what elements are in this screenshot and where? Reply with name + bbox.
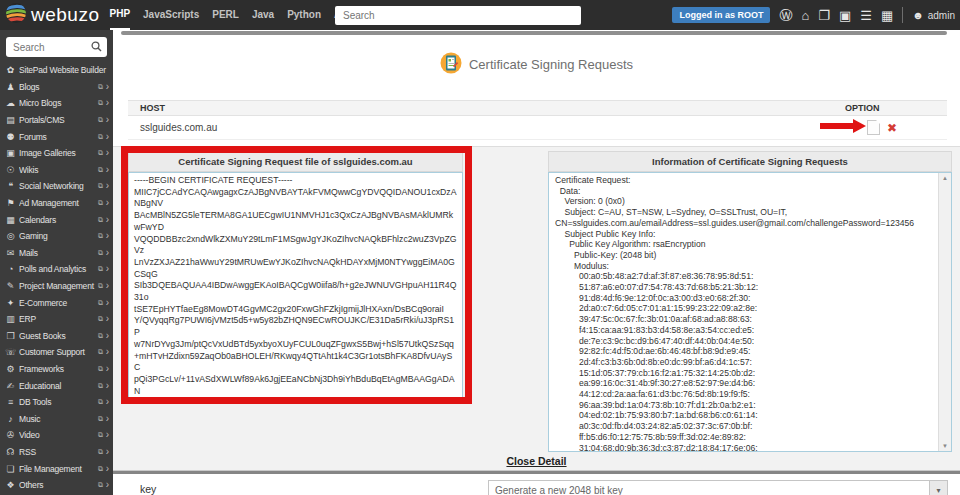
- db-tools-icon: ≡: [4, 397, 17, 407]
- sidebar-item-video[interactable]: ✇Video⧉›: [0, 427, 113, 444]
- sidebar-item-forums[interactable]: ⚉Forums⧉›: [0, 128, 113, 145]
- user-menu[interactable]: ☻ admin: [912, 10, 955, 21]
- sidebar-item-music[interactable]: ♪Music⧉›: [0, 410, 113, 427]
- external-link-icon[interactable]: ⧉: [98, 332, 103, 340]
- host-cell: sslguides.com.au: [128, 122, 845, 133]
- sidebar-item-image-galleries[interactable]: ▣Image Galleries⧉›: [0, 145, 113, 162]
- external-link-icon[interactable]: ⧉: [98, 116, 103, 124]
- sidebar-item-file-management[interactable]: ❏File Management⧉›: [0, 460, 113, 477]
- logo-text: webuzo: [31, 4, 100, 26]
- external-link-icon[interactable]: ⧉: [98, 182, 103, 190]
- menu-item-perl[interactable]: PERL: [212, 1, 239, 29]
- sidebar-item-guest-books[interactable]: ❒Guest Books⧉›: [0, 328, 113, 345]
- home-icon[interactable]: ⌂: [801, 9, 809, 22]
- sidebar-item-others[interactable]: ❖Others⧉›: [0, 477, 113, 494]
- external-link-icon[interactable]: ⧉: [98, 481, 103, 489]
- inbox-icon[interactable]: ▣: [839, 9, 851, 22]
- sidebar-item-calendars[interactable]: ▦Calendars⧉›: [0, 211, 113, 228]
- sidebar-search-input[interactable]: [11, 41, 91, 54]
- info-panel-title: Information of Certificate Signing Reque…: [548, 151, 952, 172]
- rss-icon: ☊: [4, 447, 17, 457]
- display-icon[interactable]: ❐: [818, 9, 830, 22]
- sidebar-item-e-commerce[interactable]: ✦E-Commerce⧉›: [0, 294, 113, 311]
- external-link-icon[interactable]: ⧉: [98, 166, 103, 174]
- menu-item-java[interactable]: Java: [252, 1, 274, 29]
- sidebar-item-educational[interactable]: ✍Educational⧉›: [0, 377, 113, 394]
- chevron-right-icon: ›: [106, 215, 109, 225]
- sidebar-item-wikis[interactable]: ☉Wikis⧉›: [0, 162, 113, 179]
- external-link-icon[interactable]: ⧉: [98, 465, 103, 473]
- webuzo-logo[interactable]: webuzo: [0, 2, 110, 28]
- topbar-divider: [902, 7, 903, 23]
- server-icon[interactable]: ☰: [860, 9, 872, 22]
- sidebar-item-sitepad-website-builder[interactable]: ✿SitePad Website Builder: [0, 62, 113, 79]
- chevron-right-icon: ›: [106, 298, 109, 308]
- close-detail-link[interactable]: Close Detail: [506, 455, 566, 467]
- chevron-right-icon: ›: [106, 331, 109, 341]
- csr-textarea[interactable]: -----BEGIN CERTIFICATE REQUEST----- MIIC…: [128, 172, 463, 398]
- video-icon: ✇: [4, 430, 17, 440]
- table-header-row: HOST OPTION: [128, 100, 947, 116]
- chevron-right-icon: ›: [106, 148, 109, 158]
- sidebar-item-mails[interactable]: ✉Mails⧉›: [0, 245, 113, 262]
- sidebar-item-ad-management[interactable]: ⚑Ad Management⧉›: [0, 195, 113, 212]
- view-csr-file-icon[interactable]: [867, 120, 880, 135]
- chevron-right-icon: ›: [106, 281, 109, 291]
- external-link-icon[interactable]: ⧉: [98, 315, 103, 323]
- sidebar-item-portals-cms[interactable]: ▤Portals/CMS⧉›: [0, 112, 113, 129]
- sidebar-item-blogs[interactable]: ♟Blogs⧉›: [0, 79, 113, 96]
- external-link-icon[interactable]: ⧉: [98, 431, 103, 439]
- external-link-icon[interactable]: ⧉: [98, 282, 103, 290]
- menu-item-javascripts[interactable]: JavaScripts: [143, 1, 199, 29]
- external-link-icon[interactable]: ⧉: [98, 382, 103, 390]
- external-link-icon[interactable]: ⧉: [98, 415, 103, 423]
- external-link-icon[interactable]: ⧉: [98, 149, 103, 157]
- sidebar-item-customer-support[interactable]: ☏Customer Support⧉›: [0, 344, 113, 361]
- external-link-icon[interactable]: ⧉: [98, 83, 103, 91]
- sidebar-item-frameworks[interactable]: ⚙Frameworks⧉›: [0, 361, 113, 378]
- key-select[interactable]: Generate a new 2048 bit key ▾: [488, 480, 948, 495]
- sidebar-item-social-networking[interactable]: ❝Social Networking⧉›: [0, 178, 113, 195]
- external-link-icon[interactable]: ⧉: [98, 249, 103, 257]
- external-link-icon[interactable]: ⧉: [98, 99, 103, 107]
- external-link-icon[interactable]: ⧉: [98, 365, 103, 373]
- external-link-icon[interactable]: ⧉: [98, 199, 103, 207]
- external-link-icon[interactable]: ⧉: [98, 265, 103, 273]
- sidebar-item-gaming[interactable]: ◎Gaming⧉›: [0, 228, 113, 245]
- sidebar-item-rss[interactable]: ☊RSS⧉›: [0, 444, 113, 461]
- topbar-right: Logged in as ROOT Ⓦ⌂❐▣☰▦ ☻ admin: [672, 7, 960, 23]
- external-link-icon[interactable]: ⧉: [98, 448, 103, 456]
- column-header-host: HOST: [128, 103, 845, 113]
- delete-csr-icon[interactable]: ✖: [887, 122, 897, 134]
- project-management-icon: ✎: [4, 281, 17, 291]
- apps-grid-icon[interactable]: ▦: [881, 9, 893, 22]
- sidebar-item-erp[interactable]: ▥ERP⧉›: [0, 311, 113, 328]
- gaming-icon: ◎: [4, 231, 17, 241]
- menu-item-php[interactable]: PHP: [110, 0, 131, 30]
- customer-support-icon: ☏: [4, 347, 17, 357]
- sidebar-item-db-tools[interactable]: ≡DB Tools⧉›: [0, 394, 113, 411]
- sidebar-item-polls-and-analytics[interactable]: ◔Polls and Analytics⧉›: [0, 261, 113, 278]
- external-link-icon[interactable]: ⧉: [98, 133, 103, 141]
- calendars-icon: ▦: [4, 215, 17, 225]
- topbar-search-input[interactable]: [335, 6, 581, 25]
- info-scrollbar[interactable]: ▲ ▼: [938, 173, 951, 451]
- sidebar-item-micro-blogs[interactable]: ☁Micro Blogs⧉›: [0, 95, 113, 112]
- external-link-icon[interactable]: ⧉: [98, 232, 103, 240]
- external-link-icon[interactable]: ⧉: [98, 299, 103, 307]
- external-link-icon[interactable]: ⧉: [98, 216, 103, 224]
- logged-in-badge[interactable]: Logged in as ROOT: [672, 7, 770, 23]
- chevron-right-icon: ›: [106, 82, 109, 92]
- external-link-icon[interactable]: ⧉: [98, 348, 103, 356]
- csr-panel-title: Certificate Signing Request file of sslg…: [128, 151, 463, 172]
- micro-blogs-icon: ☁: [4, 98, 17, 108]
- chevron-right-icon: ›: [106, 165, 109, 175]
- detail-panels: Certificate Signing Request file of sslg…: [113, 146, 960, 470]
- scroll-up-icon[interactable]: ▲: [942, 175, 948, 181]
- sidebar-item-project-management[interactable]: ✎Project Management⧉›: [0, 278, 113, 295]
- scroll-down-icon[interactable]: ▼: [942, 443, 948, 449]
- external-link-icon[interactable]: ⧉: [98, 398, 103, 406]
- sidebar-item-label: E-Commerce: [19, 298, 96, 308]
- menu-item-python[interactable]: Python: [287, 1, 321, 29]
- wordpress-icon[interactable]: Ⓦ: [779, 9, 792, 22]
